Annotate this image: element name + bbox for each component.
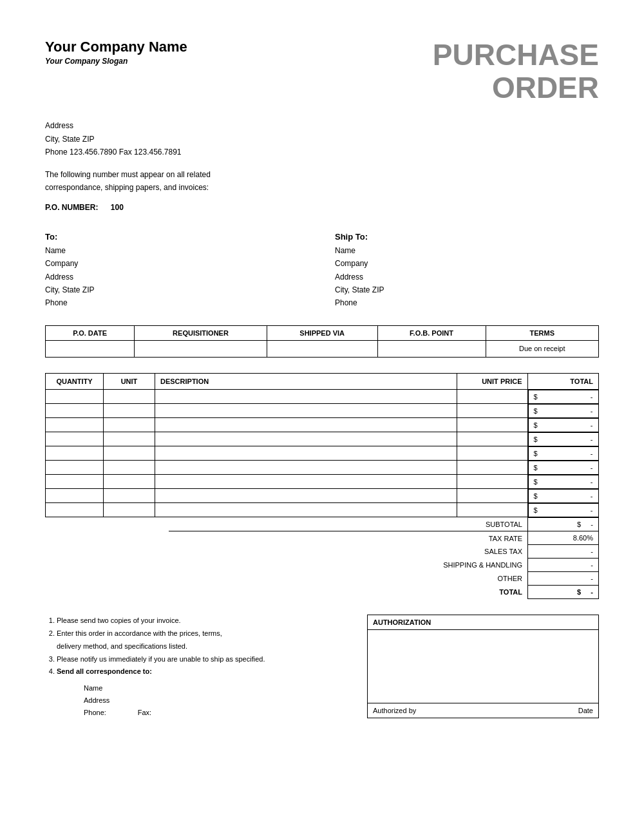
item-total: $ -	[528, 461, 599, 475]
item-unit	[104, 461, 155, 475]
info-terms: Due on receipt	[486, 340, 598, 357]
shipping-row: SHIPPING & HANDLING -	[45, 559, 599, 572]
info-po-date	[46, 340, 135, 357]
item-price	[457, 446, 527, 461]
phone-label: Phone:	[84, 709, 106, 716]
document-header: Your Company Name Your Company Slogan PU…	[45, 39, 599, 104]
subtotal-value: $ -	[528, 518, 599, 531]
footer-contact: Name Address Phone: Fax:	[84, 682, 354, 718]
item-price	[457, 432, 527, 446]
company-address: Address City, State ZIP Phone 123.456.78…	[45, 119, 599, 158]
col-po-date: P.O. DATE	[46, 325, 135, 340]
item-desc	[155, 503, 457, 517]
item-price	[457, 389, 527, 404]
item-qty	[46, 446, 104, 461]
item-unit	[104, 475, 155, 489]
po-number-line: P.O. NUMBER: 100	[45, 203, 599, 212]
sales-tax-row: SALES TAX -	[45, 545, 599, 559]
item-total: $ -	[528, 418, 599, 432]
item-row: $ -	[46, 503, 599, 517]
note-4: Send all correspondence to:	[57, 665, 354, 678]
to-phone: Phone	[45, 296, 309, 309]
subtotal-row: SUBTOTAL $ -	[45, 518, 599, 531]
col-unit-price: UNIT PRICE	[457, 373, 527, 389]
sales-tax-label: SALES TAX	[169, 545, 528, 559]
item-row: $ -	[46, 432, 599, 446]
note-1: Please send two copies of your invoice.	[57, 615, 354, 627]
info-requisitioner	[135, 340, 267, 357]
total-row: TOTAL $ -	[45, 586, 599, 599]
company-name: Your Company Name	[45, 39, 187, 55]
po-title: PURCHASE ORDER	[433, 39, 599, 104]
ship-to-label: Ship To:	[335, 230, 599, 244]
col-total: TOTAL	[527, 373, 599, 389]
item-qty	[46, 461, 104, 475]
item-price	[457, 489, 527, 503]
ship-to-company: Company	[335, 257, 599, 270]
authorized-by: Authorized by	[373, 707, 416, 714]
item-qty	[46, 432, 104, 446]
item-desc	[155, 489, 457, 503]
fax-label: Fax:	[138, 709, 151, 716]
item-unit	[104, 503, 155, 517]
item-qty	[46, 418, 104, 432]
item-price	[457, 461, 527, 475]
tax-rate-row: TAX RATE 8.60%	[45, 531, 599, 545]
item-row: $ -	[46, 461, 599, 475]
item-qty	[46, 404, 104, 418]
footer-notes: Please send two copies of your invoice. …	[45, 615, 367, 718]
authorization-body	[368, 630, 598, 703]
item-qty	[46, 503, 104, 517]
col-quantity: QUANTITY	[46, 373, 104, 389]
shipping-label: SHIPPING & HANDLING	[169, 559, 528, 572]
company-info: Your Company Name Your Company Slogan	[45, 39, 187, 66]
item-row: $ -	[46, 389, 599, 404]
other-label: OTHER	[169, 572, 528, 586]
ship-to-name: Name	[335, 244, 599, 257]
item-price	[457, 404, 527, 418]
summary-table: SUBTOTAL $ - TAX RATE 8.60% SALES TAX - …	[45, 517, 599, 599]
other-value: -	[528, 572, 599, 586]
item-unit	[104, 418, 155, 432]
item-qty	[46, 389, 104, 404]
item-desc	[155, 418, 457, 432]
to-ship-section: To: Name Company Address City, State ZIP…	[45, 230, 599, 310]
item-price	[457, 503, 527, 517]
footer-section: Please send two copies of your invoice. …	[45, 615, 599, 718]
po-number-label: P.O. NUMBER:	[45, 203, 98, 212]
address-line1: Address	[45, 119, 599, 132]
ship-to-address: Address	[335, 271, 599, 283]
other-row: OTHER -	[45, 572, 599, 586]
to-block: To: Name Company Address City, State ZIP…	[45, 230, 309, 310]
item-desc	[155, 432, 457, 446]
col-shipped-via: SHIPPED VIA	[267, 325, 377, 340]
sales-tax-value: -	[528, 545, 599, 559]
item-unit	[104, 489, 155, 503]
item-price	[457, 418, 527, 432]
address-line2: City, State ZIP	[45, 133, 599, 146]
item-row: $ -	[46, 418, 599, 432]
item-desc	[155, 446, 457, 461]
col-terms: TERMS	[486, 325, 598, 340]
item-unit	[104, 446, 155, 461]
shipping-value: -	[528, 559, 599, 572]
item-row: $ -	[46, 404, 599, 418]
info-shipped-via	[267, 340, 377, 357]
item-total: $ -	[528, 432, 599, 446]
item-desc	[155, 461, 457, 475]
tax-rate-value: 8.60%	[528, 531, 599, 545]
total-value: $ -	[528, 586, 599, 599]
item-row: $ -	[46, 489, 599, 503]
items-table: QUANTITY UNIT DESCRIPTION UNIT PRICE TOT…	[45, 373, 599, 518]
company-slogan: Your Company Slogan	[45, 57, 187, 66]
col-description: DESCRIPTION	[155, 373, 457, 389]
to-name: Name	[45, 244, 309, 257]
item-desc	[155, 404, 457, 418]
item-unit	[104, 432, 155, 446]
item-total: $ -	[528, 475, 599, 489]
authorization-block: AUTHORIZATION Authorized by Date	[367, 615, 599, 718]
col-fob-point: F.O.B. POINT	[377, 325, 486, 340]
item-total: $ -	[528, 446, 599, 461]
col-unit: UNIT	[104, 373, 155, 389]
item-total: $ -	[528, 390, 599, 404]
